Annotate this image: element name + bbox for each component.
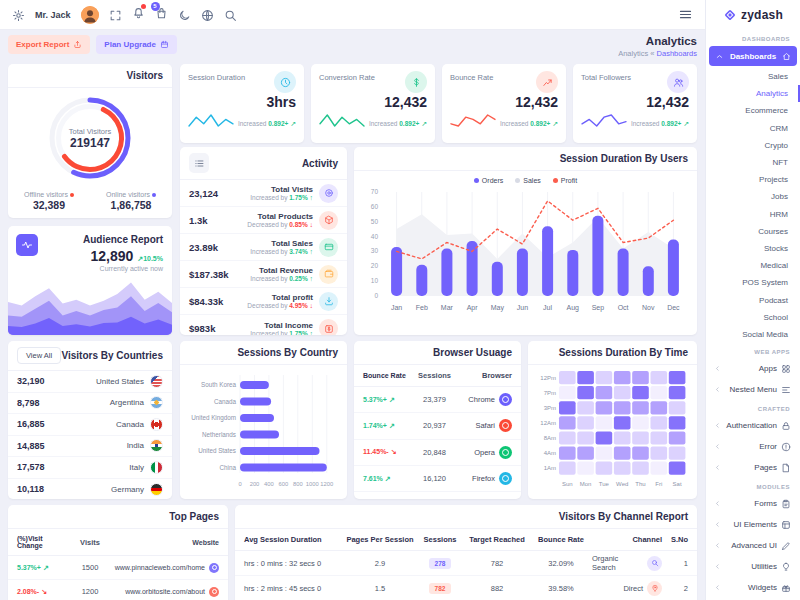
view-all-button[interactable]: View All [17,347,61,364]
cart-badge: 5 [151,2,160,11]
audience-pulse-button[interactable] [16,234,38,256]
chart-legend: Orders Sales Profit [354,171,697,184]
svg-text:Sat: Sat [673,481,682,487]
country-row: 14,885 India [8,436,172,458]
sidebar-subitem[interactable]: Sales [706,68,800,85]
avatar[interactable] [81,6,99,24]
svg-text:Apr: Apr [467,304,479,312]
sidebar-item[interactable]: Widgets [706,577,800,598]
svg-text:Oct: Oct [618,304,629,311]
browser-icon [499,446,512,459]
svg-text:Fri: Fri [655,481,662,487]
chevron-left-icon [714,386,721,393]
sessions-badge: 782 [429,583,452,594]
sidebar-subitem[interactable]: School [706,309,800,326]
sidebar-item-dashboards[interactable]: Dashboards [709,46,797,66]
browser-icon [499,472,512,485]
sidebar-item[interactable]: UI Elements [706,514,800,535]
kpi-value: 12,432 [581,94,689,110]
sidebar-subitem[interactable]: Ecommerce [706,102,800,119]
sidebar-item[interactable]: Advanced UI [706,535,800,556]
plan-upgrade-button[interactable]: Plan Upgrade [96,35,177,54]
svg-text:United States: United States [198,447,236,454]
svg-text:12Am: 12Am [540,420,556,426]
sidebar-subitem[interactable]: Stocks [706,240,800,257]
top-page-row: 2.08%- ↘ 1200 www.orbitosite.com/about [8,580,228,600]
sidebar-subitem[interactable]: Crypto [706,137,800,154]
activity-row: 1.3k Total Products Decreased by 0.85% ↓ [180,207,347,234]
sidebar-toggle-icon[interactable] [678,7,693,22]
sidebar-subitem[interactable]: CRM [706,120,800,137]
activity-options-button[interactable] [189,153,209,173]
svg-text:12Pm: 12Pm [540,375,556,381]
activity-row: $983k Total Income Increased by 1.75% ↑ [180,315,347,335]
browser-row: 7.61% ↗ 16,120 Firefox [354,466,521,492]
svg-text:200: 200 [250,481,260,487]
brand-name: zydash [741,8,783,22]
sidebar-subitem[interactable]: Jobs [706,188,800,205]
chevron-left-icon [714,365,721,372]
svg-text:30: 30 [371,247,379,254]
svg-text:1Am: 1Am [544,465,556,471]
activity-card: Activity 23,124 Total Visits Increased b… [180,147,347,335]
browser-row: 11.45%- ↘ 20,848 Opera [354,440,521,466]
svg-text:Tue: Tue [599,481,610,487]
fullscreen-icon[interactable] [109,8,122,21]
activity-row-icon [319,211,338,230]
moon-icon[interactable] [178,8,191,21]
svg-text:40: 40 [371,233,379,240]
brand[interactable]: zydash [706,0,800,30]
sidebar-subitem[interactable]: Medical [706,257,800,274]
sidebar-item[interactable]: Authentication [706,415,800,436]
country-row: 17,578 Italy [8,457,172,479]
calendar-icon [160,40,169,49]
chevron-left-icon [714,422,721,429]
kpi-icon [667,71,689,93]
sidebar-item[interactable]: Utilities [706,556,800,577]
sidebar-item[interactable]: Nested Menu [706,379,800,400]
sidebar-subitem[interactable]: Social Media [706,326,800,343]
svg-text:600: 600 [279,481,289,487]
svg-text:Nov: Nov [642,304,655,311]
sidebar-subitem[interactable]: HRM [706,206,800,223]
country-flag-icon [150,483,163,496]
svg-text:0: 0 [238,481,241,487]
svg-text:Jun: Jun [517,304,528,311]
svg-text:4Am: 4Am [544,450,556,456]
activity-row-icon [319,319,338,335]
audience-area-chart [8,278,172,335]
search-icon[interactable] [224,8,237,21]
export-report-button[interactable]: Export Report [8,35,90,54]
sidebar-item[interactable]: Error [706,436,800,457]
settings-icon[interactable] [12,8,25,21]
svg-text:China: China [220,464,237,471]
sidebar-item[interactable]: Forms [706,493,800,514]
sidebar-subitem[interactable]: POS System [706,274,800,291]
chevron-left-icon [714,563,721,570]
notifications-button[interactable] [132,6,145,24]
activity-row-icon [319,292,338,311]
kpi-icon [536,71,558,93]
country-row: 8,798 Argentina [8,393,172,415]
sidebar-subitem[interactable]: Analytics [706,85,800,102]
website-icon [209,563,219,573]
session-duration-users-card: Session Duration By Users Orders Sales P… [354,147,697,335]
sidebar-subitem[interactable]: Courses [706,223,800,240]
cart-button[interactable]: 5 [155,6,168,24]
user-name: Mr. Jack [35,10,71,20]
sessions-by-country-chart: 020040060080010001200South KoreaCanadaUn… [180,365,347,498]
website-icon [209,587,219,597]
svg-text:Wed: Wed [616,481,628,487]
sidebar-item[interactable]: Pages [706,457,800,478]
sidebar-section-label: MODULES [706,478,800,493]
sidebar-subitem[interactable]: Podcast [706,291,800,308]
svg-text:Aug: Aug [567,304,580,312]
sidebar-subitem[interactable]: NFT [706,154,800,171]
sidebar-item[interactable]: Apps [706,358,800,379]
translate-icon[interactable] [201,8,214,21]
chevron-left-icon [714,542,721,549]
sidebar-subitem[interactable]: Projects [706,171,800,188]
visitors-by-countries-card: View All Visitors By Countries 32,190 Un… [8,341,172,499]
activity-row-icon [319,265,338,284]
breadcrumb-dashboards-link[interactable]: Dashboards [657,49,697,58]
